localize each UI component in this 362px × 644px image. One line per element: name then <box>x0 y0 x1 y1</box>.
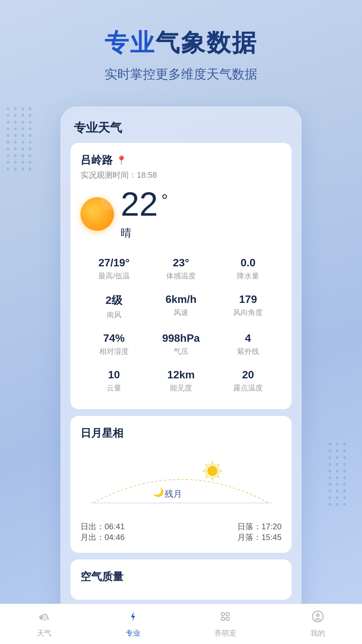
data-cell: 20 露点温度 <box>215 363 282 399</box>
nav-item-专业[interactable]: 专业 <box>126 610 140 638</box>
obs-time: 18:58 <box>137 170 157 179</box>
location-row: 吕岭路 📍 <box>80 153 282 168</box>
location-name: 吕岭路 <box>80 153 113 168</box>
nav-item-养萌宠[interactable]: 养萌宠 <box>214 610 236 638</box>
data-label: 云量 <box>84 383 144 393</box>
svg-text:🌙: 🌙 <box>153 487 164 497</box>
data-cell: 4 紫外线 <box>215 326 282 363</box>
sunset-row: 日落：17:20 月落：15:45 <box>183 521 282 543</box>
sun-icon <box>80 197 114 231</box>
data-label: 风向角度 <box>218 308 278 318</box>
svg-line-8 <box>218 476 219 478</box>
svg-line-7 <box>206 476 207 478</box>
data-label: 降水量 <box>218 271 278 281</box>
data-label: 相对湿度 <box>84 346 144 357</box>
dot-decoration-right <box>328 443 355 510</box>
moonset-time: 月落：15:45 <box>183 532 282 543</box>
nav-item-我的[interactable]: 我的 <box>310 610 325 638</box>
phone-mockup: 专业天气 吕岭路 📍 实况观测时间：18:58 22 ° 晴 27/19° 最高… <box>60 106 302 616</box>
temp-display: 22 ° <box>121 187 168 221</box>
svg-point-18 <box>226 617 229 621</box>
data-value: 998hPa <box>151 332 211 344</box>
data-cell: 23° 体感温度 <box>147 251 215 287</box>
sunset-time: 日落：17:20 <box>183 521 282 532</box>
data-label: 南风 <box>84 310 144 320</box>
data-cell: 74% 相对湿度 <box>80 326 147 363</box>
data-cell: 10 云量 <box>80 363 147 399</box>
data-value: 74% <box>84 332 144 344</box>
data-cell: 998hPa 气压 <box>147 326 215 363</box>
sun-moon-card: 日月星相 🌙 残月 <box>70 416 292 553</box>
phone-section-title: 专业天气 <box>70 120 292 136</box>
weather-description: 晴 <box>121 226 168 240</box>
data-label: 能见度 <box>151 383 211 393</box>
air-quality-title: 空气质量 <box>80 570 282 584</box>
data-cell: 6km/h 风速 <box>147 287 215 326</box>
data-label: 露点温度 <box>218 383 278 393</box>
sun-moon-times: 日出：06:41 月出：04:46 日落：17:20 月落：15:45 <box>80 521 282 543</box>
weather-card: 吕岭路 📍 实况观测时间：18:58 22 ° 晴 27/19° 最高/低温 2… <box>70 143 292 409</box>
sun-arc-svg: 🌙 残月 <box>80 447 282 515</box>
bottom-nav: 天气 专业 养萌宠 我的 <box>0 604 362 644</box>
main-subtitle: 实时掌控更多维度天气数据 <box>13 66 349 83</box>
obs-label: 实况观测时间： <box>80 170 137 179</box>
temp-block: 22 ° 晴 <box>121 187 168 240</box>
sunrise-time: 日出：06:41 <box>80 521 179 532</box>
data-value: 179 <box>218 293 278 306</box>
svg-point-17 <box>221 617 225 621</box>
svg-marker-14 <box>131 612 135 621</box>
data-value: 4 <box>218 332 278 344</box>
observation-time: 实况观测时间：18:58 <box>80 170 282 180</box>
nav-label-我的: 我的 <box>310 628 325 638</box>
nav-icon-天气 <box>38 610 51 626</box>
data-value: 27/19° <box>84 257 144 269</box>
nav-item-天气[interactable]: 天气 <box>37 610 52 638</box>
data-label: 风速 <box>151 308 211 318</box>
current-weather: 22 ° 晴 <box>80 187 282 240</box>
title-highlight: 专业 <box>105 29 156 56</box>
data-value: 6km/h <box>151 293 211 306</box>
data-value: 10 <box>84 369 144 381</box>
sun-position <box>207 466 218 476</box>
title-rest: 气象数据 <box>156 29 257 56</box>
header: 专业气象数据 实时掌控更多维度天气数据 <box>0 0 362 96</box>
data-value: 20 <box>218 369 278 381</box>
degree-symbol: ° <box>161 191 168 210</box>
nav-label-养萌宠: 养萌宠 <box>214 628 236 638</box>
svg-text:残月: 残月 <box>165 489 182 499</box>
main-title: 专业气象数据 <box>13 27 349 59</box>
svg-point-15 <box>221 612 225 616</box>
nav-icon-养萌宠 <box>219 610 232 626</box>
nav-icon-我的 <box>311 610 324 626</box>
data-label: 气压 <box>151 346 211 357</box>
data-value: 23° <box>151 257 211 269</box>
data-value: 12km <box>151 369 211 381</box>
svg-line-5 <box>206 464 207 466</box>
nav-label-专业: 专业 <box>126 628 140 638</box>
sun-moon-title: 日月星相 <box>80 426 282 441</box>
data-cell: 12km 能见度 <box>147 363 215 399</box>
sunrise-row: 日出：06:41 月出：04:46 <box>80 521 179 543</box>
dot-decoration-left: // Generate dots inline via document.wri… <box>7 107 40 208</box>
data-value: 2级 <box>84 293 144 308</box>
data-cell: 179 风向角度 <box>215 287 282 326</box>
location-icon: 📍 <box>116 155 127 166</box>
data-cell: 27/19° 最高/低温 <box>80 251 147 287</box>
data-grid: 27/19° 最高/低温 23° 体感温度 0.0 降水量 2级 南风 6km/… <box>80 251 282 399</box>
svg-point-13 <box>39 615 43 619</box>
moonrise-time: 月出：04:46 <box>80 532 179 543</box>
nav-icon-专业 <box>126 610 140 626</box>
nav-label-天气: 天气 <box>37 628 52 638</box>
data-label: 最高/低温 <box>84 271 144 281</box>
data-cell: 2级 南风 <box>80 287 147 326</box>
data-label: 体感温度 <box>151 271 211 281</box>
sun-arc-container: 🌙 残月 <box>80 447 282 515</box>
svg-line-6 <box>218 464 219 466</box>
svg-point-20 <box>316 613 320 617</box>
temperature: 22 <box>121 187 158 221</box>
data-cell: 0.0 降水量 <box>215 251 282 287</box>
air-quality-card: 空气质量 <box>70 559 292 600</box>
data-label: 紫外线 <box>218 346 278 357</box>
svg-point-16 <box>226 612 229 616</box>
data-value: 0.0 <box>218 257 278 269</box>
